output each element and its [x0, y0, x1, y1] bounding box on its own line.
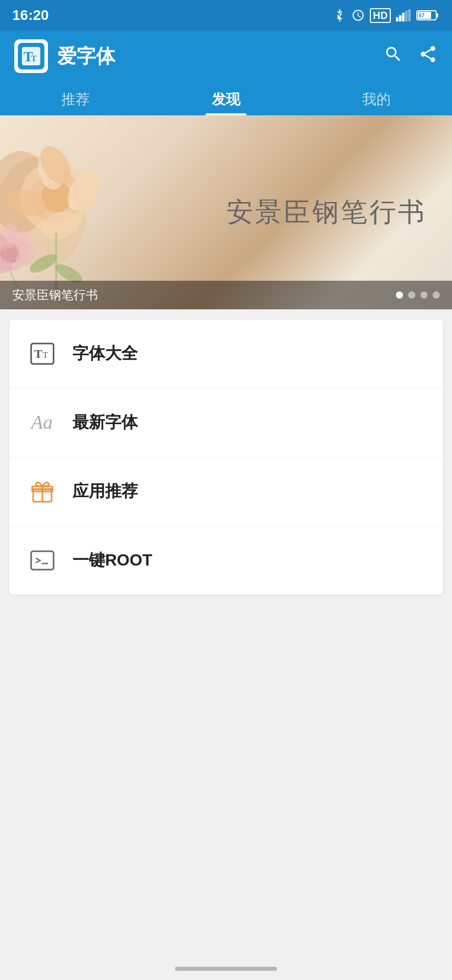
app-logo: T T	[14, 39, 48, 73]
svg-rect-2	[402, 13, 405, 21]
tab-discover[interactable]: 发现	[150, 82, 301, 115]
font-new-label: 最新字体	[72, 411, 138, 434]
status-icons: HD 67	[333, 8, 440, 23]
one-root-label: 一键ROOT	[72, 549, 152, 572]
svg-rect-4	[408, 9, 411, 21]
app-recommend-label: 应用推荐	[72, 480, 138, 503]
terminal-icon	[24, 543, 60, 578]
flower-decoration	[0, 131, 117, 294]
tab-bar: 推荐 发现 我的	[0, 82, 452, 115]
app-title: 爱字体	[57, 43, 115, 69]
menu-item-one-root[interactable]: 一键ROOT	[9, 526, 443, 595]
menu-list: T T 字体大全 Aa 最新字体	[9, 320, 443, 595]
banner-caption: 安景臣钢笔行书	[12, 287, 98, 303]
banner-dots	[396, 291, 440, 299]
tab-recommend[interactable]: 推荐	[0, 82, 150, 115]
svg-text:T: T	[31, 54, 37, 63]
banner-bottom-bar: 安景臣钢笔行书	[0, 281, 452, 309]
gift-icon	[24, 474, 60, 509]
header-left: T T 爱字体	[14, 39, 115, 73]
aa-icon: Aa	[24, 405, 60, 440]
svg-rect-6	[436, 13, 438, 17]
dot-2	[408, 291, 415, 299]
banner-background: 安景臣钢笔行书	[0, 115, 452, 309]
menu-item-font-all[interactable]: T T 字体大全	[9, 320, 443, 388]
header-actions	[384, 44, 438, 68]
alarm-icon	[351, 9, 365, 22]
search-button[interactable]	[384, 44, 403, 68]
status-bar: 16:20 HD 67	[0, 0, 452, 31]
banner[interactable]: 安景臣钢笔行书 安景臣钢笔行书	[0, 115, 452, 309]
signal-icon	[396, 9, 411, 22]
share-button[interactable]	[418, 44, 438, 68]
menu-item-font-new[interactable]: Aa 最新字体	[9, 388, 443, 457]
svg-rect-0	[396, 17, 398, 21]
svg-text:T: T	[43, 351, 48, 359]
tab-mine[interactable]: 我的	[302, 82, 452, 115]
battery-icon: 67	[416, 9, 440, 21]
svg-rect-3	[405, 11, 408, 21]
status-time: 16:20	[12, 7, 49, 23]
dot-4	[433, 291, 440, 299]
home-indicator	[175, 967, 277, 971]
svg-rect-43	[31, 551, 54, 570]
svg-text:Aa: Aa	[30, 411, 53, 433]
svg-text:67: 67	[419, 13, 425, 18]
svg-rect-1	[399, 15, 401, 21]
svg-text:T: T	[34, 347, 42, 360]
font-all-label: 字体大全	[72, 342, 138, 365]
svg-point-30	[15, 230, 31, 256]
dot-1	[396, 291, 403, 299]
font-box-icon: T T	[24, 336, 60, 372]
menu-item-app-recommend[interactable]: 应用推荐	[9, 457, 443, 526]
app-header: T T 爱字体	[0, 31, 452, 82]
hd-badge: HD	[370, 8, 391, 23]
banner-text: 安景臣钢笔行书	[227, 194, 426, 230]
bluetooth-icon	[333, 9, 346, 22]
dot-3	[420, 291, 428, 299]
